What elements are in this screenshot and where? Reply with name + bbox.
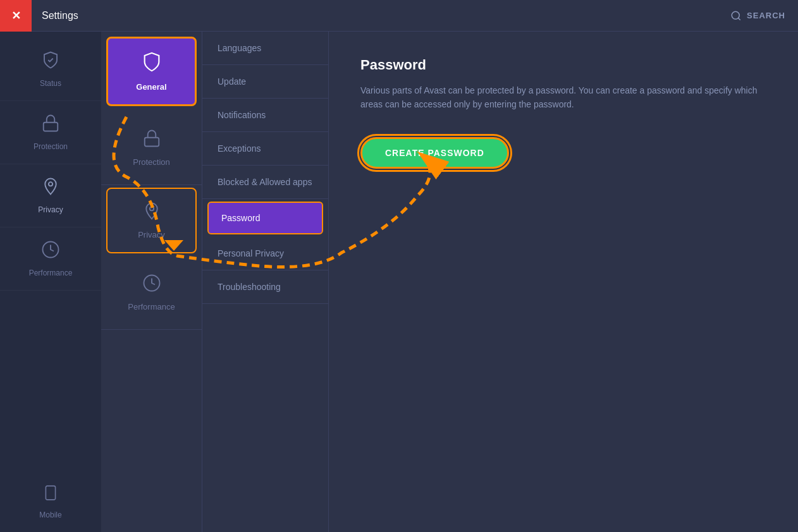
performance-icon [41, 240, 60, 263]
menu-notifications[interactable]: Notifications [202, 99, 328, 132]
menu-password[interactable]: Password [207, 202, 323, 234]
sidebar-item-label-mobile: Mobile [39, 511, 61, 519]
sidebar-item-label-protection: Protection [34, 142, 68, 151]
cat-protection-icon [142, 129, 161, 152]
window-title: Settings [42, 10, 730, 21]
category-performance[interactable]: Performance [101, 256, 202, 330]
menu-blocked-allowed-apps[interactable]: Blocked & Allowed apps [202, 166, 328, 199]
svg-point-0 [732, 11, 739, 19]
menu-update[interactable]: Update [202, 65, 328, 99]
privacy-icon [41, 177, 60, 200]
sidebar-item-performance[interactable]: Performance [0, 227, 101, 291]
main-layout: Status Protection Privacy [0, 32, 798, 532]
category-protection[interactable]: Protection [101, 111, 202, 185]
sidebar-item-label-performance: Performance [29, 269, 73, 277]
category-privacy[interactable]: Privacy [106, 188, 197, 253]
sidebar-item-privacy[interactable]: Privacy [0, 164, 101, 227]
search-icon [730, 10, 742, 21]
content-title: Password [360, 57, 766, 73]
menu-troubleshooting[interactable]: Troubleshooting [202, 270, 328, 304]
category-general[interactable]: General [106, 37, 197, 106]
sidebar-item-label-status: Status [40, 79, 61, 88]
svg-rect-2 [44, 123, 58, 131]
sidebar-item-status[interactable]: Status [0, 38, 101, 101]
protection-icon [41, 114, 60, 137]
svg-point-3 [49, 182, 52, 186]
menu-personal-privacy[interactable]: Personal Privacy [202, 237, 328, 270]
category-protection-label: Protection [133, 157, 170, 167]
sidebar-item-mobile[interactable]: Mobile [0, 472, 101, 532]
sidebar-item-protection[interactable]: Protection [0, 101, 101, 164]
menu-languages[interactable]: Languages [202, 32, 328, 65]
close-button[interactable]: ✕ [0, 0, 32, 32]
settings-menu: Languages Update Notifications Exception… [202, 32, 329, 532]
svg-line-1 [739, 18, 740, 20]
category-nav: General Protection Privacy [101, 32, 202, 532]
svg-rect-7 [144, 138, 159, 147]
category-privacy-label: Privacy [138, 230, 165, 239]
status-icon [41, 51, 60, 74]
icon-nav: Status Protection Privacy [0, 32, 101, 532]
content-area: Password Various parts of Avast can be p… [329, 32, 798, 532]
svg-rect-5 [46, 486, 55, 500]
general-icon [141, 51, 163, 77]
mobile-icon [42, 485, 59, 505]
cat-performance-icon [142, 274, 161, 297]
content-description: Various parts of Avast can be protected … [360, 83, 765, 112]
menu-exceptions[interactable]: Exceptions [202, 132, 328, 166]
sidebar-item-label-privacy: Privacy [38, 205, 63, 214]
category-performance-label: Performance [128, 302, 175, 311]
category-general-label: General [136, 82, 166, 92]
search-label: SEARCH [747, 11, 785, 20]
create-password-button[interactable]: CREATE PASSWORD [360, 137, 509, 169]
cat-privacy-icon [142, 202, 161, 225]
svg-point-8 [149, 207, 153, 210]
title-bar: ✕ Settings SEARCH [0, 0, 798, 32]
search-area[interactable]: SEARCH [730, 10, 785, 21]
close-icon: ✕ [11, 9, 21, 23]
